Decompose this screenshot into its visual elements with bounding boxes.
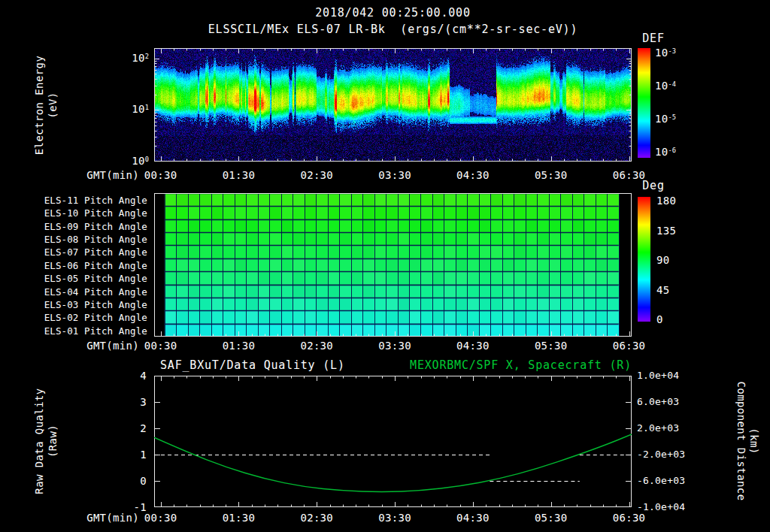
quality-tick-label: 3 — [113, 396, 147, 408]
pitch-angle-canvas — [154, 193, 632, 337]
spectrogram-canvas — [154, 48, 632, 162]
distance-tick-label: 6.0e+03 — [637, 396, 691, 407]
deg-tick-label: 180 — [656, 195, 676, 207]
x-tick-label: 00:30 — [138, 340, 183, 352]
quality-tick-label: 2 — [113, 422, 147, 434]
pitch-row-label: ELS-04 Pitch Angle — [23, 286, 147, 298]
x-tick-label: 01:30 — [216, 169, 261, 181]
pitch-row-label: ELS-10 Pitch Angle — [23, 207, 147, 219]
energy-tick-label: 102 — [102, 52, 149, 64]
deg-colorbar — [638, 197, 650, 322]
deg-tick-label: 45 — [656, 284, 669, 296]
def-colorbar-label: DEF — [634, 32, 673, 45]
x-tick-label: 06:30 — [607, 169, 652, 181]
distance-tick-label: -2.0e+03 — [637, 449, 691, 460]
electron-energy-axis-unit: (eV) — [47, 92, 59, 118]
timestamp-title: 2018/042 00:25:00.000 — [154, 6, 632, 20]
plot-stage: 2018/042 00:25:00.000 ELSSCIL/MEx ELS-07… — [0, 0, 770, 532]
x-tick-label: 04:30 — [450, 512, 496, 524]
pitch-row-label: ELS-02 Pitch Angle — [23, 312, 147, 323]
x-tick-label: 01:30 — [216, 340, 261, 352]
gmt-axis-label: GMT(min) — [71, 169, 139, 181]
pitch-row-label: ELS-06 Pitch Angle — [23, 260, 147, 271]
x-tick-label: 05:30 — [529, 340, 574, 352]
plot-title: ELSSCIL/MEx ELS-07 LR-Bk (ergs/(cm**2-sr… — [154, 23, 632, 36]
component-distance-axis-unit: (km) — [748, 428, 760, 454]
x-tick-label: 00:30 — [138, 512, 183, 524]
energy-tick-label: 101 — [102, 103, 149, 115]
def-tick-label: 10-5 — [655, 113, 676, 125]
raw-quality-axis-unit: (Raw) — [47, 425, 59, 458]
distance-tick-label: -6.0e+03 — [637, 475, 691, 486]
pitch-row-label: ELS-09 Pitch Angle — [23, 221, 147, 232]
x-tick-label: 04:30 — [450, 340, 496, 352]
x-tick-label: 06:30 — [607, 340, 652, 352]
deg-tick-label: 0 — [656, 313, 663, 325]
def-colorbar — [638, 48, 650, 158]
x-tick-label: 05:30 — [529, 169, 574, 181]
x-tick-label: 03:30 — [372, 340, 417, 352]
pitch-row-label: ELS-03 Pitch Angle — [23, 299, 147, 310]
quality-tick-label: 4 — [113, 370, 147, 382]
raw-quality-axis-label: Raw Data Quality — [33, 388, 45, 494]
x-tick-label: 03:30 — [372, 512, 417, 524]
distance-tick-label: -1.0e+04 — [637, 501, 691, 512]
pitch-row-label: ELS-05 Pitch Angle — [23, 273, 147, 284]
bottom-right-title: MEXORBMC/SPF X, Spacecraft (R) — [331, 358, 632, 372]
pitch-row-label: ELS-07 Pitch Angle — [23, 246, 147, 258]
component-distance-axis-label: Component Distance — [735, 382, 747, 501]
x-tick-label: 02:30 — [294, 512, 339, 524]
quality-tick-label: 0 — [113, 475, 147, 487]
bottom-left-title: SAF_BXuT/Data Quality (L) — [160, 358, 345, 372]
def-tick-label: 10-4 — [655, 80, 676, 92]
x-tick-label: 01:30 — [216, 512, 261, 524]
pitch-row-label: ELS-08 Pitch Angle — [23, 234, 147, 245]
x-tick-label: 06:30 — [607, 512, 652, 524]
x-tick-label: 05:30 — [529, 512, 574, 524]
def-tick-label: 10-3 — [655, 47, 676, 59]
line-plot-canvas — [154, 376, 632, 507]
electron-energy-axis-label: Electron Energy — [33, 56, 45, 155]
x-tick-label: 02:30 — [294, 340, 339, 352]
gmt-axis-label: GMT(min) — [71, 340, 139, 352]
distance-tick-label: 1.0e+04 — [637, 370, 691, 381]
x-tick-label: 02:30 — [294, 169, 339, 181]
gmt-axis-label: GMT(min) — [71, 512, 139, 524]
x-tick-label: 00:30 — [138, 169, 183, 181]
energy-tick-label: 100 — [102, 155, 149, 167]
quality-tick-label: -1 — [113, 501, 147, 513]
distance-tick-label: 2.0e+03 — [637, 422, 691, 434]
x-tick-label: 04:30 — [450, 169, 496, 181]
x-tick-label: 03:30 — [372, 169, 417, 181]
deg-tick-label: 135 — [656, 225, 676, 237]
pitch-row-label: ELS-11 Pitch Angle — [23, 195, 147, 206]
deg-tick-label: 90 — [656, 254, 669, 266]
quality-tick-label: 1 — [113, 449, 147, 461]
pitch-row-label: ELS-01 Pitch Angle — [23, 325, 147, 337]
def-tick-label: 10-6 — [655, 146, 676, 158]
